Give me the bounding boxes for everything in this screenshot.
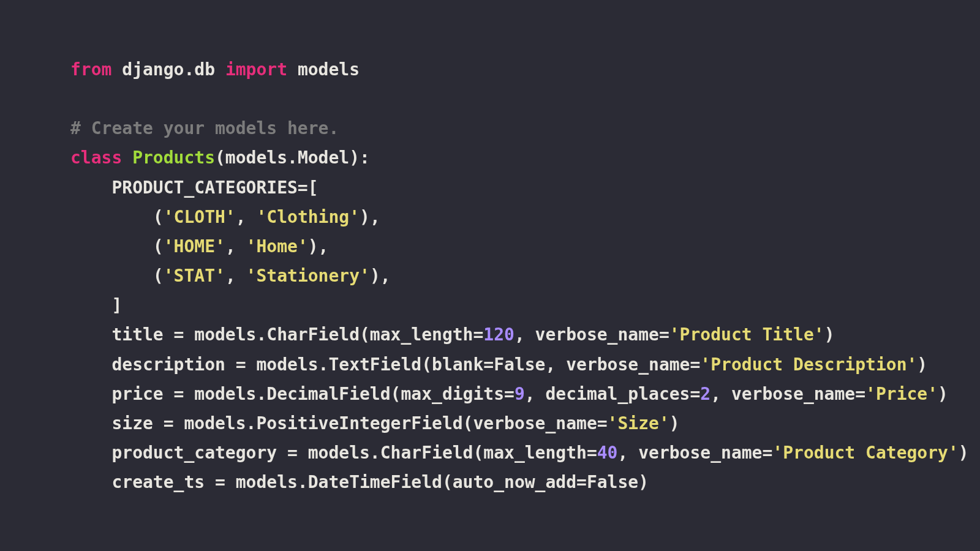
keyword-class: class — [70, 148, 122, 168]
code-line: ('STAT', 'Stationery'), — [70, 266, 391, 286]
code-line: ('CLOTH', 'Clothing'), — [70, 207, 380, 227]
comment: # Create your models here. — [70, 118, 339, 138]
code-line: product_category = models.CharField(max_… — [70, 443, 969, 463]
boolean-literal: False — [494, 354, 545, 375]
number-literal: 120 — [483, 324, 514, 345]
number-literal: 40 — [597, 443, 618, 463]
string-literal: 'Product Description' — [700, 354, 917, 375]
string-literal: 'Home' — [246, 236, 308, 257]
code-line: price = models.DecimalField(max_digits=9… — [70, 384, 948, 404]
field-def: product_category = models.CharField(max_… — [111, 443, 597, 463]
string-literal: 'Clothing' — [256, 207, 360, 227]
string-literal: 'Price' — [865, 384, 938, 404]
module-path: django.db — [111, 59, 225, 80]
string-literal: 'Product Category' — [772, 443, 958, 463]
assignment: PRODUCT_CATEGORIES=[ — [111, 178, 318, 198]
class-name: Products — [132, 148, 215, 168]
code-line: PRODUCT_CATEGORIES=[ — [70, 178, 318, 198]
code-line: create_ts = models.DateTimeField(auto_no… — [70, 472, 649, 492]
code-editor[interactable]: from django.db import models # Create yo… — [0, 0, 980, 497]
code-line: from django.db import models — [70, 59, 360, 80]
code-line: class Products(models.Model): — [70, 148, 370, 168]
field-def: price = models.DecimalField(max_digits= — [111, 384, 514, 404]
code-line: description = models.TextField(blank=Fal… — [70, 354, 927, 375]
field-def: description = models.TextField(blank= — [111, 354, 494, 375]
code-line: # Create your models here. — [70, 118, 339, 138]
string-literal: 'STAT' — [164, 266, 225, 286]
code-line: ] — [70, 295, 122, 315]
field-def: create_ts = models.DateTimeField(auto_no… — [111, 472, 586, 492]
class-base: (models.Model): — [215, 148, 370, 168]
code-line: title = models.CharField(max_length=120,… — [70, 324, 835, 345]
string-literal: 'Stationery' — [246, 266, 370, 286]
string-literal: 'HOME' — [164, 236, 225, 257]
blank-line — [70, 89, 81, 109]
number-literal: 9 — [514, 384, 525, 404]
field-def: title = models.CharField(max_length= — [111, 324, 483, 345]
boolean-literal: False — [587, 472, 638, 492]
number-literal: 2 — [700, 384, 710, 404]
code-line: ('HOME', 'Home'), — [70, 236, 328, 257]
string-literal: 'Product Title' — [669, 324, 824, 345]
code-line: size = models.PositiveIntegerField(verbo… — [70, 413, 680, 433]
import-names: models — [287, 59, 360, 80]
bracket-close: ] — [111, 295, 122, 315]
string-literal: 'Size' — [608, 413, 669, 433]
field-def: size = models.PositiveIntegerField(verbo… — [111, 413, 607, 433]
keyword-from: from — [70, 59, 111, 80]
keyword-import: import — [225, 59, 287, 80]
string-literal: 'CLOTH' — [164, 207, 236, 227]
